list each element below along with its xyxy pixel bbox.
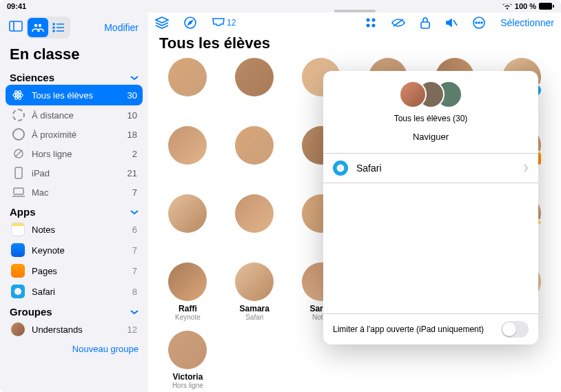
svg-rect-19 <box>14 188 23 194</box>
student-name: Victoria <box>173 372 203 382</box>
grabber-icon[interactable] <box>334 10 376 12</box>
student-cell[interactable] <box>226 126 283 185</box>
compass-icon[interactable] <box>184 17 196 29</box>
svg-line-17 <box>15 150 22 157</box>
sidebar-item-ipad[interactable]: iPad 21 <box>6 163 143 183</box>
svg-point-5 <box>39 24 41 27</box>
people-view-icon[interactable] <box>28 18 48 37</box>
more-icon[interactable] <box>473 17 485 29</box>
avatar <box>399 81 427 108</box>
sidebar-toggle-icon[interactable] <box>6 17 26 36</box>
svg-point-27 <box>372 24 376 28</box>
bottom-thumbnails <box>148 389 561 392</box>
wifi-icon <box>502 3 512 10</box>
sidebar-item-mac[interactable]: Mac 7 <box>6 183 143 202</box>
ipad-icon <box>12 167 25 179</box>
lock-icon[interactable] <box>420 17 430 29</box>
avatar <box>235 194 274 233</box>
svg-point-32 <box>476 22 477 23</box>
offline-icon <box>12 147 25 160</box>
grid-icon[interactable] <box>365 17 376 28</box>
edit-button[interactable]: Modifier <box>104 22 143 33</box>
chevron-down-icon <box>130 75 139 81</box>
avatar <box>168 58 207 96</box>
inbox-icon[interactable]: 12 <box>212 17 236 28</box>
svg-point-25 <box>372 19 376 22</box>
avatar <box>235 126 274 165</box>
svg-rect-18 <box>15 167 22 178</box>
svg-line-30 <box>453 20 457 25</box>
section-sciences[interactable]: Sciences <box>0 68 148 85</box>
main-content: 12 Sélectionner Tous les élèves BrianSaf… <box>148 12 561 392</box>
avatar <box>168 262 207 301</box>
sidebar-item-group-understands[interactable]: Understands 12 <box>6 319 143 340</box>
safari-icon <box>11 285 25 298</box>
svg-marker-23 <box>188 21 192 25</box>
svg-point-10 <box>53 30 54 32</box>
safari-icon <box>333 161 348 176</box>
eye-off-icon[interactable] <box>391 18 405 28</box>
keynote-icon <box>11 243 25 257</box>
list-view-icon[interactable] <box>48 18 69 37</box>
student-cell[interactable] <box>226 58 283 116</box>
student-cell[interactable] <box>226 194 283 253</box>
sidebar-item-pages[interactable]: Pages 7 <box>6 260 143 281</box>
sidebar-title: En classe <box>0 43 148 68</box>
student-cell[interactable]: VictoriaHors ligne <box>159 331 216 389</box>
modal-subtitle: Tous les élèves (30) <box>323 114 538 123</box>
mute-icon[interactable] <box>445 17 458 28</box>
svg-point-15 <box>17 94 19 96</box>
svg-point-24 <box>367 19 370 22</box>
new-group-button[interactable]: Nouveau groupe <box>0 340 148 358</box>
sidebar-item-nearby[interactable]: À proximité 18 <box>6 125 143 144</box>
section-apps[interactable]: Apps <box>0 202 148 219</box>
svg-point-26 <box>367 24 370 28</box>
svg-rect-2 <box>10 21 22 31</box>
select-button[interactable]: Sélectionner <box>500 17 554 28</box>
status-time: 09:41 <box>7 2 26 10</box>
main-toolbar: 12 Sélectionner <box>148 12 561 33</box>
battery-icon <box>539 3 554 10</box>
student-app: Keynote <box>175 313 201 321</box>
svg-point-8 <box>53 27 54 28</box>
chevron-right-icon <box>523 164 529 172</box>
student-cell[interactable]: SamaraSafari <box>226 262 283 321</box>
student-name: Raffi <box>178 304 197 313</box>
avatar <box>235 262 274 301</box>
modal-item-safari[interactable]: Safari <box>323 153 538 183</box>
atom-icon <box>11 88 25 102</box>
avatar <box>235 58 274 96</box>
sidebar-item-offline[interactable]: Hors ligne 2 <box>6 144 143 163</box>
notes-icon <box>11 223 25 236</box>
student-name: Samara <box>240 304 269 313</box>
dashed-circle-icon <box>12 109 25 121</box>
sidebar-item-remote[interactable]: À distance 10 <box>6 105 143 125</box>
chevron-down-icon <box>130 309 139 315</box>
svg-rect-1 <box>553 5 554 8</box>
solid-circle-icon <box>12 128 25 141</box>
avatar-stack <box>399 81 462 108</box>
student-cell[interactable] <box>159 126 216 185</box>
svg-point-6 <box>53 23 54 25</box>
section-groups[interactable]: Groupes <box>0 302 148 319</box>
layers-icon[interactable] <box>155 17 169 29</box>
group-avatar-icon <box>11 322 25 336</box>
avatar <box>168 331 207 369</box>
sidebar-item-all-students[interactable]: Tous les élèves 30 <box>6 85 143 105</box>
limit-toggle[interactable] <box>501 321 529 338</box>
sidebar-item-notes[interactable]: Notes 6 <box>6 219 143 240</box>
battery-pct: 100 % <box>515 2 536 10</box>
sidebar-item-keynote[interactable]: Keynote 7 <box>6 240 143 260</box>
navigate-modal: Tous les élèves (30) Naviguer Safari Lim… <box>323 71 538 344</box>
svg-marker-21 <box>156 17 168 23</box>
pages-icon <box>11 264 25 278</box>
chevron-down-icon <box>130 209 139 215</box>
svg-point-34 <box>481 22 482 23</box>
student-cell[interactable]: RaffiKeynote <box>159 262 216 321</box>
sidebar-item-safari[interactable]: Safari 8 <box>6 281 143 302</box>
modal-footer: Limiter à l'app ouverte (iPad uniquement… <box>323 313 538 344</box>
student-cell[interactable] <box>159 58 216 116</box>
student-cell[interactable] <box>159 194 216 253</box>
mac-icon <box>12 186 25 198</box>
student-app: Safari <box>245 313 263 321</box>
